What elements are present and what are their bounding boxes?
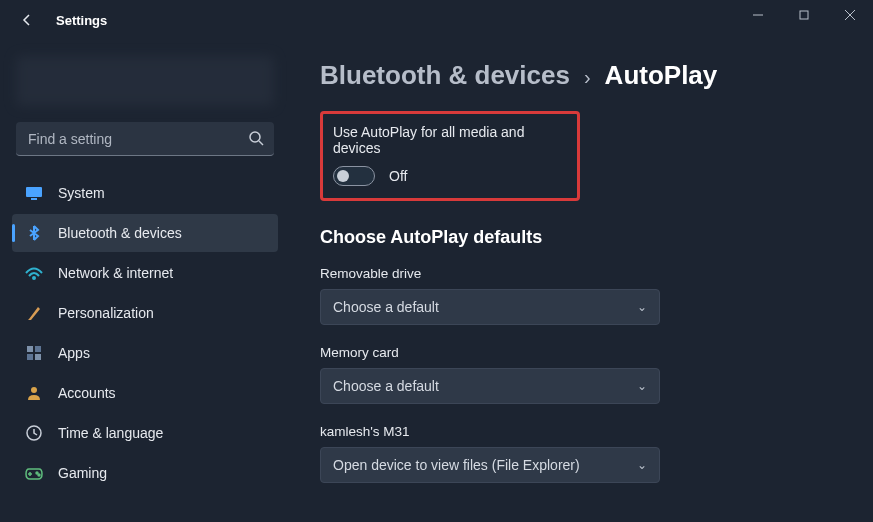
breadcrumb-current: AutoPlay: [605, 60, 718, 91]
sidebar-item-label: Accounts: [58, 385, 116, 401]
svg-rect-7: [31, 198, 37, 200]
svg-point-15: [36, 472, 38, 474]
window-controls: [735, 0, 873, 30]
sidebar-item-icon: [24, 303, 44, 323]
svg-point-4: [250, 132, 260, 142]
svg-point-16: [38, 474, 40, 476]
sidebar-item-label: Personalization: [58, 305, 154, 321]
sidebar-item-accounts[interactable]: Accounts: [12, 374, 278, 412]
svg-rect-11: [27, 354, 33, 360]
sidebar-item-label: Bluetooth & devices: [58, 225, 182, 241]
search-icon: [248, 130, 264, 150]
sidebar-item-label: Time & language: [58, 425, 163, 441]
autoplay-toggle-group: Use AutoPlay for all media and devices O…: [320, 111, 580, 201]
sidebar-item-bluetooth-devices[interactable]: Bluetooth & devices: [12, 214, 278, 252]
default-dropdown[interactable]: Open device to view files (File Explorer…: [320, 447, 660, 483]
svg-rect-1: [800, 11, 808, 19]
close-button[interactable]: [827, 0, 873, 30]
svg-rect-9: [27, 346, 33, 352]
sidebar-item-system[interactable]: System: [12, 174, 278, 212]
minimize-icon: [753, 10, 763, 20]
titlebar: Settings: [0, 0, 873, 40]
default-field: kamlesh's M31Open device to view files (…: [320, 424, 843, 483]
chevron-right-icon: ›: [584, 66, 591, 89]
sidebar-item-icon: [24, 183, 44, 203]
nav-list: SystemBluetooth & devicesNetwork & inter…: [12, 174, 278, 492]
sidebar-item-icon: [24, 383, 44, 403]
sidebar-item-label: Apps: [58, 345, 90, 361]
dropdown-value: Open device to view files (File Explorer…: [333, 457, 580, 473]
defaults-section-title: Choose AutoPlay defaults: [320, 227, 843, 248]
maximize-button[interactable]: [781, 0, 827, 30]
chevron-down-icon: ⌄: [637, 458, 647, 472]
arrow-left-icon: [19, 12, 35, 28]
chevron-down-icon: ⌄: [637, 379, 647, 393]
default-dropdown[interactable]: Choose a default⌄: [320, 368, 660, 404]
window-title: Settings: [56, 13, 107, 28]
sidebar: SystemBluetooth & devicesNetwork & inter…: [0, 40, 290, 522]
svg-point-8: [33, 277, 35, 279]
sidebar-item-icon: [24, 423, 44, 443]
account-card[interactable]: [16, 56, 274, 106]
sidebar-item-personalization[interactable]: Personalization: [12, 294, 278, 332]
autoplay-toggle-label: Use AutoPlay for all media and devices: [333, 124, 561, 156]
autoplay-toggle[interactable]: [333, 166, 375, 186]
sidebar-item-label: Gaming: [58, 465, 107, 481]
svg-rect-12: [35, 354, 41, 360]
svg-point-13: [31, 387, 37, 393]
breadcrumb-parent[interactable]: Bluetooth & devices: [320, 60, 570, 91]
breadcrumb: Bluetooth & devices › AutoPlay: [320, 60, 843, 91]
svg-rect-10: [35, 346, 41, 352]
svg-rect-6: [26, 187, 42, 197]
defaults-list: Removable driveChoose a default⌄Memory c…: [320, 266, 843, 483]
main-content: Bluetooth & devices › AutoPlay Use AutoP…: [290, 40, 873, 522]
sidebar-item-icon: [24, 343, 44, 363]
minimize-button[interactable]: [735, 0, 781, 30]
default-field-label: kamlesh's M31: [320, 424, 843, 439]
sidebar-item-icon: [24, 223, 44, 243]
default-field-label: Removable drive: [320, 266, 843, 281]
default-field-label: Memory card: [320, 345, 843, 360]
sidebar-item-gaming[interactable]: Gaming: [12, 454, 278, 492]
sidebar-item-label: Network & internet: [58, 265, 173, 281]
svg-line-5: [259, 141, 263, 145]
default-dropdown[interactable]: Choose a default⌄: [320, 289, 660, 325]
close-icon: [845, 10, 855, 20]
search-box: [16, 122, 274, 156]
default-field: Removable driveChoose a default⌄: [320, 266, 843, 325]
sidebar-item-icon: [24, 463, 44, 483]
sidebar-item-apps[interactable]: Apps: [12, 334, 278, 372]
maximize-icon: [799, 10, 809, 20]
toggle-knob: [337, 170, 349, 182]
sidebar-item-network-internet[interactable]: Network & internet: [12, 254, 278, 292]
sidebar-item-label: System: [58, 185, 105, 201]
chevron-down-icon: ⌄: [637, 300, 647, 314]
dropdown-value: Choose a default: [333, 378, 439, 394]
sidebar-item-time-language[interactable]: Time & language: [12, 414, 278, 452]
back-button[interactable]: [12, 5, 42, 35]
autoplay-toggle-state: Off: [389, 168, 407, 184]
sidebar-item-icon: [24, 263, 44, 283]
dropdown-value: Choose a default: [333, 299, 439, 315]
search-input[interactable]: [16, 122, 274, 156]
default-field: Memory cardChoose a default⌄: [320, 345, 843, 404]
